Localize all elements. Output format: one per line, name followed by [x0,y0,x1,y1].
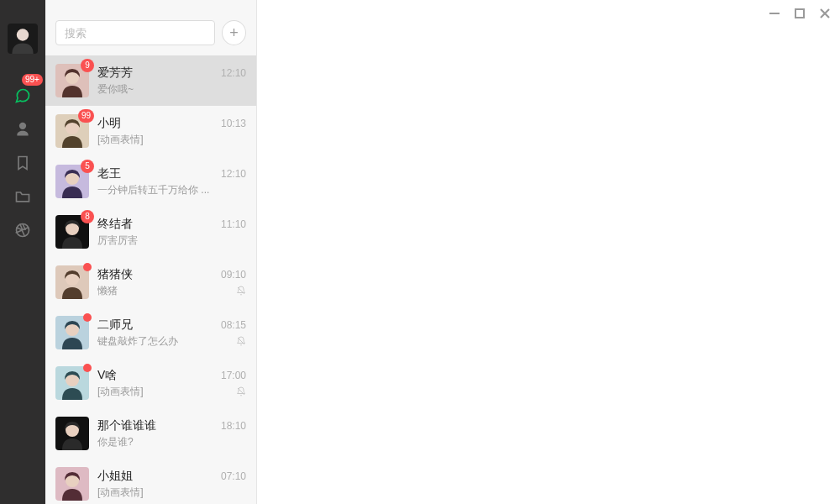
chat-name: 二师兄 [97,318,133,333]
chat-item[interactable]: 8 终结者 11:10 厉害厉害 [45,207,256,257]
svg-point-1 [17,29,29,40]
chat-avatar [55,417,89,450]
add-button[interactable]: + [222,20,246,45]
close-icon [820,8,830,18]
chat-item[interactable]: 99 小明 10:13 [动画表情] [45,106,256,156]
unread-dot [83,313,92,322]
chat-item[interactable]: 二师兄 08:15 键盘敲炸了怎么办 [45,307,256,358]
chat-time: 09:10 [221,269,246,281]
maximize-icon [795,8,805,18]
window-controls [768,7,832,20]
unread-badge: 9 [81,59,94,72]
nav-chat[interactable]: 99+ [0,79,45,113]
chat-avatar: 99 [55,114,89,148]
chat-preview: 你是谁? [97,435,134,449]
chat-avatar [55,265,89,299]
chat-item[interactable]: 猪猪侠 09:10 懒猪 [45,257,256,307]
chat-preview: 键盘敲炸了怎么办 [97,334,178,349]
minimize-icon [769,8,780,18]
chat-sidebar: + 9 爱芳芳 12:10 爱你哦~ 99 小明 10:13 [45,0,257,504]
chat-time: 10:13 [221,118,246,129]
chat-main [257,0,840,504]
svg-rect-21 [769,13,780,14]
chat-time: 17:00 [221,370,246,381]
chat-body: V啥 17:00 [动画表情] [97,368,246,399]
chat-name: V啥 [97,368,117,383]
chat-body: 猪猪侠 09:10 懒猪 [97,267,246,298]
chat-avatar [55,366,89,400]
chat-time: 12:10 [221,67,246,79]
unread-dot [83,263,92,271]
chat-item[interactable]: 小姐姐 07:10 [动画表情] [45,459,256,504]
chat-avatar [55,467,89,501]
chat-item[interactable]: 那个谁谁谁 18:10 你是谁? [45,408,256,459]
unread-badge: 99 [78,109,94,123]
chat-body: 那个谁谁谁 18:10 你是谁? [97,418,246,449]
unread-badge: 8 [81,210,94,223]
chat-body: 二师兄 08:15 键盘敲炸了怎么办 [97,318,246,349]
chat-icon [14,87,31,104]
window-close[interactable] [818,7,832,20]
user-icon [14,121,31,138]
chat-preview: 一分钟后转五千万给你 ... [97,183,209,197]
chat-time: 08:15 [221,319,246,331]
chat-preview: [动画表情] [97,486,144,500]
chat-name: 爱芳芳 [97,66,133,81]
chat-body: 终结者 11:10 厉害厉害 [97,217,246,248]
unread-badge: 5 [81,160,94,173]
chat-body: 老王 12:10 一分钟后转五千万给你 ... [97,166,246,197]
chat-avatar: 9 [55,64,89,97]
nav-rail: 99+ [0,0,45,504]
mute-icon [236,286,246,296]
window-maximize[interactable] [793,7,806,20]
chat-name: 那个谁谁谁 [97,418,156,433]
unread-dot [83,364,92,372]
chat-time: 18:10 [221,420,246,432]
chat-preview: [动画表情] [97,385,144,399]
chat-name: 小明 [97,116,121,131]
chat-time: 12:10 [221,168,246,180]
mute-icon [236,386,246,396]
nav-favorites[interactable] [0,146,45,180]
nav-moments[interactable] [0,213,45,247]
nav-contacts[interactable] [0,113,45,146]
chat-body: 小姐姐 07:10 [动画表情] [97,469,246,500]
aperture-icon [14,222,31,239]
plus-icon: + [229,24,239,42]
chat-item[interactable]: 9 爱芳芳 12:10 爱你哦~ [45,55,256,106]
chat-preview: [动画表情] [97,133,144,147]
nav-chat-badge: 99+ [22,74,43,86]
chat-avatar [55,316,89,349]
folder-icon [14,188,31,205]
chat-list: 9 爱芳芳 12:10 爱你哦~ 99 小明 10:13 [动画表情] [45,55,256,504]
user-avatar[interactable] [8,24,38,54]
chat-name: 猪猪侠 [97,267,133,282]
chat-body: 爱芳芳 12:10 爱你哦~ [97,66,246,97]
chat-preview: 懒猪 [97,284,118,298]
chat-preview: 厉害厉害 [97,234,138,248]
nav-files[interactable] [0,180,45,213]
chat-name: 终结者 [97,217,133,232]
search-input[interactable] [55,20,215,45]
svg-rect-22 [795,9,804,18]
chat-avatar: 5 [55,165,89,198]
search-row: + [45,0,256,55]
chat-time: 07:10 [221,470,246,482]
chat-name: 老王 [97,166,121,181]
chat-body: 小明 10:13 [动画表情] [97,116,246,147]
chat-avatar: 8 [55,215,89,249]
chat-time: 11:10 [221,218,246,230]
chat-item[interactable]: V啥 17:00 [动画表情] [45,358,256,408]
mute-icon [236,336,246,346]
chat-name: 小姐姐 [97,469,133,484]
chat-item[interactable]: 5 老王 12:10 一分钟后转五千万给你 ... [45,156,256,207]
bookmark-icon [14,155,31,171]
window-minimize[interactable] [768,7,781,20]
chat-preview: 爱你哦~ [97,82,134,97]
